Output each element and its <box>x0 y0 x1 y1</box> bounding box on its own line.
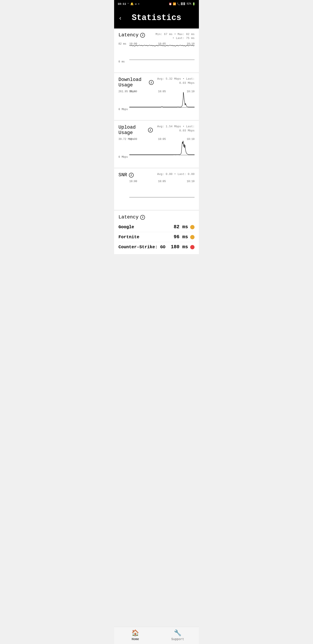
download-header: Download Usage i Avg: 5.32 Mbps • Last: … <box>118 77 195 88</box>
download-y-min: 0 Mbps <box>118 108 128 111</box>
latency-item-value-row-google: 82 ms <box>174 224 195 230</box>
download-stats: Avg: 5.32 Mbps • Last: 0.03 Mbps <box>154 77 195 85</box>
latency-chart-svg <box>129 42 195 61</box>
latency-item-value-row-csgo: 180 ms <box>171 244 195 250</box>
snr-header: SNR i Avg: 0.00 • Last: 0.00 <box>118 172 195 178</box>
back-button[interactable]: ‹ <box>118 15 122 22</box>
download-chart: 261.95 Mbps 0 Mbps 10:00 10:05 10:10 <box>118 90 195 116</box>
upload-usage-section: Upload Usage i Avg: 1.54 Mbps • Last: 0.… <box>114 121 199 168</box>
snr-title: SNR i <box>118 172 134 178</box>
upload-chart: 39.72 Mbps 0 Mbps 10:00 10:05 10:10 <box>118 138 195 164</box>
latency-item-dot-csgo <box>190 245 195 249</box>
latency-list-header: Latency i <box>118 214 195 220</box>
status-icons: ⏰ 📶 📞 ▌▌▌ 92% 🔋 <box>169 2 195 6</box>
status-bar: 10:11 ⁷ 🔔 ✉ • ⏰ 📶 📞 ▌▌▌ 92% 🔋 <box>114 0 199 8</box>
main-content: Latency i Min: 67 ms • Max: 82 ms • Last… <box>114 28 199 272</box>
latency-list-item-fortnite: Fortnite 96 ms <box>118 232 195 242</box>
latency-item-name-csgo: Counter-Strike: GO <box>118 244 165 250</box>
download-chart-svg <box>129 90 195 108</box>
latency-list-item-google: Google 82 ms <box>118 222 195 232</box>
latency-item-value-csgo: 180 ms <box>171 244 188 250</box>
latency-title: Latency i <box>118 32 145 38</box>
latency-list-info-icon[interactable]: i <box>140 215 145 220</box>
latency-item-value-row-fortnite: 96 ms <box>174 234 195 240</box>
page-header: ‹ Statistics <box>114 8 199 28</box>
download-info-icon[interactable]: i <box>149 80 154 85</box>
latency-item-name-google: Google <box>118 224 134 230</box>
home-icon: 🏠 <box>131 629 139 636</box>
latency-y-min: 0 ms <box>118 60 125 63</box>
latency-item-dot-fortnite <box>190 235 195 239</box>
latency-stats: Min: 67 ms • Max: 82 ms • Last: 75 ms <box>153 32 195 40</box>
snr-stats: Avg: 0.00 • Last: 0.00 <box>157 172 195 176</box>
latency-chart: 82 ms 0 ms 10:00 10:05 10:10 <box>118 42 195 68</box>
latency-info-icon[interactable]: i <box>140 33 145 38</box>
snr-chart: 10:00 10:05 10:10 <box>118 180 195 206</box>
bottom-nav: 🏠 Home 🔧 Support <box>114 627 199 644</box>
upload-stats: Avg: 1.54 Mbps • Last: 0.03 Mbps <box>153 125 195 132</box>
latency-header: Latency i Min: 67 ms • Max: 82 ms • Last… <box>118 32 195 40</box>
download-title: Download Usage i <box>118 77 154 88</box>
latency-item-name-fortnite: Fortnite <box>118 234 139 240</box>
support-icon: 🔧 <box>174 629 182 636</box>
latency-item-value-google: 82 ms <box>174 224 188 230</box>
upload-info-icon[interactable]: i <box>148 128 153 132</box>
snr-info-icon[interactable]: i <box>129 173 134 178</box>
upload-chart-svg <box>129 138 195 156</box>
nav-home-label: Home <box>132 638 139 641</box>
upload-title: Upload Usage i <box>118 125 153 136</box>
latency-section: Latency i Min: 67 ms • Max: 82 ms • Last… <box>114 28 199 73</box>
upload-y-min: 0 Mbps <box>118 156 128 158</box>
page-title: Statistics <box>118 13 195 22</box>
latency-list-section: Latency i Google 82 ms Fortnite 96 ms Co… <box>114 210 199 254</box>
latency-item-value-fortnite: 96 ms <box>174 234 188 240</box>
nav-support-label: Support <box>171 638 184 641</box>
status-time: 10:11 ⁷ 🔔 ✉ • <box>118 2 140 6</box>
latency-y-max: 82 ms <box>118 42 126 46</box>
nav-home[interactable]: 🏠 Home <box>114 629 156 641</box>
snr-chart-svg <box>129 180 195 198</box>
latency-list-title: Latency i <box>118 214 145 220</box>
download-usage-section: Download Usage i Avg: 5.32 Mbps • Last: … <box>114 73 199 120</box>
latency-item-dot-google <box>190 225 195 229</box>
latency-list-item-csgo: Counter-Strike: GO 180 ms <box>118 242 195 252</box>
upload-header: Upload Usage i Avg: 1.54 Mbps • Last: 0.… <box>118 125 195 136</box>
nav-support[interactable]: 🔧 Support <box>156 629 199 641</box>
snr-section: SNR i Avg: 0.00 • Last: 0.00 10:00 10:05… <box>114 168 199 210</box>
